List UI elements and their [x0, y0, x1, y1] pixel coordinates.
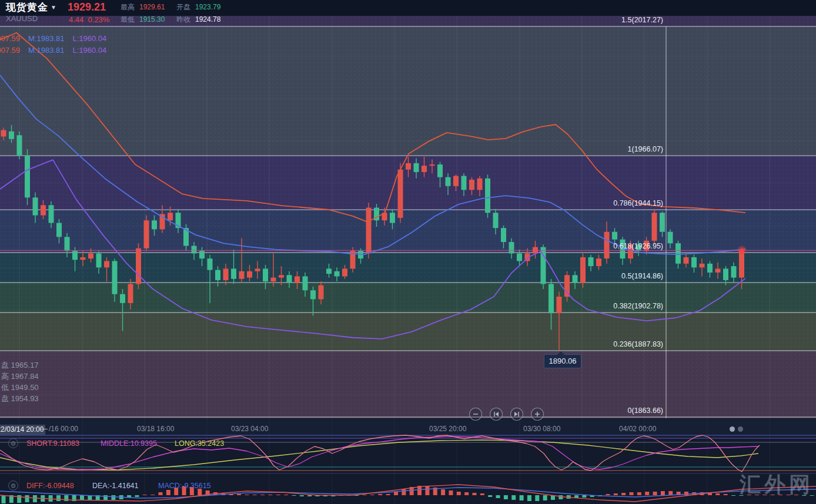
hml-label-row: H:2007.59M:1983.81L:1960.04 [0, 46, 115, 55]
crosshair-ohlc-label: 盘 1954.93 [1, 394, 39, 404]
indicator-value-label: LONG:35.2423 [175, 439, 224, 448]
stat-最高: 最高1929.61 [121, 2, 165, 12]
kdj-settings-gear-icon[interactable]: ⚙ [8, 438, 18, 448]
trading-app: 现货黄金▼ XAUUSD 1929.21 4.44 0.23% 最高1929.6… [0, 0, 816, 504]
fib-level-label: 0.236(1887.83) [593, 340, 663, 348]
skip-end-button[interactable] [510, 408, 523, 421]
fib-level-label: 0(1863.66) [593, 406, 663, 415]
indicator-value-label: SHORT:9.11083 [26, 439, 79, 448]
skip-start-button[interactable] [490, 408, 503, 421]
crosshair-ohlc-label: 盘 1965.17 [1, 360, 39, 371]
last-price: 1929.21 [68, 1, 106, 14]
stat-最低: 最低1915.30 [121, 15, 165, 25]
symbol-code: XAUUSD [6, 14, 38, 23]
symbol-selector[interactable]: 现货黄金▼ [6, 1, 57, 14]
fib-level-label: 0.5(1914.86) [593, 272, 663, 280]
current-price-marker [737, 245, 747, 256]
time-axis-label: 03/25 20:00 [429, 425, 466, 433]
time-axis-label: /16 00:00 [49, 425, 78, 433]
site-watermark: 汇外网 [740, 471, 814, 499]
skip-start-icon [492, 410, 500, 418]
macd-settings-gear-icon[interactable]: ⚙ [8, 481, 18, 490]
price-chart-canvas[interactable] [0, 0, 816, 504]
indicator-value-label: DIFF:-6.09448 [26, 482, 74, 490]
skip-end-icon [513, 410, 521, 418]
fib-level-label: 0.786(1944.15) [593, 199, 663, 207]
zoom-in-button[interactable] [531, 408, 544, 421]
scroll-indicator-dot[interactable] [730, 426, 735, 432]
chevron-down-icon: ▼ [51, 4, 57, 11]
stat-开盘: 开盘1923.79 [176, 2, 220, 12]
time-axis-label: 03/30 08:00 [523, 425, 560, 433]
fib-level-label: 0.382(1902.78) [593, 302, 663, 310]
time-axis-label: 2022/03/14 20:00 [0, 425, 45, 435]
crosshair-ohlc-label: 高 1967.84 [1, 371, 39, 382]
axis-range-dash: — [41, 425, 48, 433]
time-axis-label: 03/23 04:00 [231, 425, 268, 433]
fib-level-label: 1.5(2017.27) [593, 16, 663, 24]
scroll-indicator-dot[interactable] [738, 426, 743, 432]
time-axis-label: 04/02 00:00 [619, 425, 656, 433]
indicator-value-label: MIDDLE:10.9395 [101, 439, 157, 448]
indicator-value-label: MACD:-9.35615 [158, 482, 211, 490]
plus-icon [533, 410, 541, 418]
low-price-tooltip: 1890.06 [544, 354, 581, 368]
price-change: 4.44 0.23% [69, 15, 109, 24]
zoom-out-button[interactable] [469, 408, 482, 421]
header-bar: 现货黄金▼ XAUUSD 1929.21 4.44 0.23% 最高1929.6… [0, 0, 816, 16]
crosshair-ohlc-label: 低 1949.50 [1, 382, 39, 393]
minus-icon [471, 410, 480, 418]
stat-昨收: 昨收1924.78 [176, 15, 220, 25]
time-axis-label: 03/18 16:00 [137, 425, 174, 433]
symbol-name: 现货黄金 [6, 2, 48, 13]
indicator-value-label: DEA:-1.41641 [92, 482, 139, 490]
hml-label-row: H:2007.59M:1983.81L:1960.04 [0, 34, 115, 43]
fib-level-label: 1(1966.07) [593, 145, 663, 153]
fib-level-label: 0.618(1926.95) [593, 242, 663, 250]
